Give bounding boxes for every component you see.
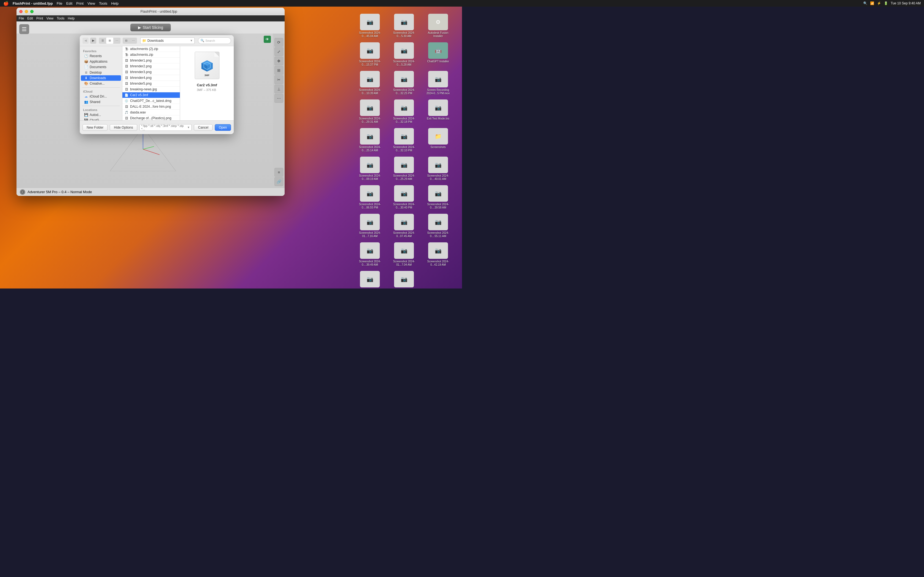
desktop-icon-27[interactable]: 📷Screenshot 2024-0....22.11 AM	[355, 269, 385, 288]
apple-menu[interactable]: 🍎	[3, 1, 9, 6]
sidebar-creative[interactable]: 🎨 Creative...	[81, 81, 121, 86]
desktop-icon-2[interactable]: ⚙Autodesk Fusion Installer	[423, 12, 453, 40]
desktop-icon-13[interactable]: 📷Screenshot 2024-0....32.10 PM	[389, 126, 419, 154]
desktop-icon-24[interactable]: 📷Screenshot 2024-0....39.49 AM	[355, 241, 385, 268]
wav-icon: 🎵	[124, 110, 128, 114]
file-item[interactable]: 🖼 bhrender1.png	[123, 58, 180, 63]
menu-view[interactable]: View	[87, 2, 95, 5]
sidebar-chatgpt[interactable]: 💾 ChatG...	[81, 118, 121, 120]
menu-help[interactable]: Help	[111, 2, 118, 5]
desktop-icon-21[interactable]: 📷Screenshot 2024-01...7.16 AM	[355, 212, 385, 240]
file-item[interactable]: 🗜 attachments (2).zip	[123, 46, 180, 52]
autodesk-icon: 💾	[84, 113, 88, 117]
desktop-icon-label-17: Screenshot 2024-0....40.01 AM	[424, 174, 452, 181]
file-item[interactable]: 🖼 bhrender3.png	[123, 69, 180, 75]
app-menu-edit[interactable]: Edit	[27, 16, 33, 20]
file-item[interactable]: 🖼 DALL-E 2024...fore him.png	[123, 104, 180, 110]
desktop-icon-23[interactable]: 📷Screenshot 2024-0....55.11 AM	[423, 212, 453, 240]
left-panel-btn[interactable]	[19, 24, 29, 34]
desktop-icon-15[interactable]: 📷Screenshot 2024-0....09.19 AM	[355, 155, 385, 182]
desktop-icon-20[interactable]: 📷Screenshot 2024-0....39.58 AM	[423, 184, 453, 211]
file-item[interactable]: 🖼 bhrender5.png	[123, 81, 180, 87]
app-menu-tools[interactable]: Tools	[57, 16, 65, 20]
desktop-icon-3[interactable]: 📷Screenshot 2024-0....15.37 PM	[355, 41, 385, 68]
preview-filename: Car2 v5.3mf	[197, 83, 217, 87]
toolbar-link[interactable]: 🔗	[275, 177, 283, 186]
location-dropdown-icon[interactable]: ▼	[190, 39, 193, 42]
maximize-button[interactable]	[30, 10, 34, 13]
close-button[interactable]	[19, 10, 23, 13]
toolbar-rotate[interactable]: ⟳	[275, 38, 283, 47]
sidebar-autodesk[interactable]: 💾 Autod...	[81, 112, 121, 118]
app-name[interactable]: FlashPrint - untitled.fpp	[13, 2, 53, 5]
view-more-btn[interactable]: ⋯	[113, 38, 120, 44]
search-field[interactable]: 🔍 Search	[198, 37, 231, 44]
sidebar-recents[interactable]: 🕐 Recents	[81, 53, 121, 59]
desktop-icon-25[interactable]: 📷Screenshot 2024-01...7.04 AM	[389, 241, 419, 268]
cancel-button[interactable]: Cancel	[194, 124, 212, 131]
hide-options-button[interactable]: Hide Options	[110, 124, 137, 131]
file-item[interactable]: 🖼 bhrender4.png	[123, 75, 180, 81]
desktop-icon-10[interactable]: 📷Screenshot 2024-0....32.18 PM	[389, 98, 419, 125]
sidebar-documents[interactable]: 📄 Documents	[81, 64, 121, 70]
menu-file[interactable]: File	[57, 2, 62, 5]
menu-print[interactable]: Print	[76, 2, 84, 5]
desktop-icon-11[interactable]: 📷Exit Test Mode.tns	[423, 98, 453, 125]
desktop-icon-0[interactable]: 📷Screenshot 2024-0....45.04 AM	[355, 12, 385, 40]
sidebar-downloads[interactable]: ⬇ Downloads	[81, 75, 121, 81]
columns-view-btn[interactable]: ⊟	[123, 38, 130, 44]
file-item[interactable]: 🖼 Discharge of...(Plastics).png	[123, 115, 180, 120]
toolbar-cut[interactable]: ✂	[275, 75, 283, 84]
toolbar-settings[interactable]: ≡	[275, 168, 283, 177]
file-item[interactable]: 🖼 bhrender2.png	[123, 63, 180, 69]
desktop-icon-17[interactable]: 📷Screenshot 2024-0....40.01 AM	[423, 155, 453, 182]
new-folder-button[interactable]: New Folder	[82, 124, 108, 131]
minimize-button[interactable]	[25, 10, 28, 13]
app-menu-print[interactable]: Print	[36, 16, 43, 20]
desktop-icon-6[interactable]: 📷Screenshot 2024-0....10.39 AM	[355, 69, 385, 97]
app-menu-help[interactable]: Help	[68, 16, 75, 20]
view-grid-btn[interactable]: ⊞	[106, 38, 113, 44]
desktop-icon-28[interactable]: 📷Screenshot 2024-0....39.44 AM	[389, 269, 419, 288]
file-item[interactable]: 🗜 attachments.zip	[123, 52, 180, 58]
desktop-icon-16[interactable]: 📷Screenshot 2024-0....25.29 AM	[389, 155, 419, 182]
back-button[interactable]: ◀	[82, 38, 89, 44]
desktop-icon-4[interactable]: 📷Screenshot 2024-0....5.28 AM	[389, 41, 419, 68]
file-item[interactable]: 💿 ChatGPT_De...c_latest.dmg	[123, 98, 180, 104]
forward-button[interactable]: ▶	[90, 38, 96, 44]
desktop-icon-label-24: Screenshot 2024-0....39.49 AM	[356, 260, 384, 266]
desktop-icon-9[interactable]: 📷Screenshot 2024-0....29.31 AM	[355, 98, 385, 125]
open-button[interactable]: Open	[215, 124, 231, 131]
desktop-icon-22[interactable]: 📷Screenshot 2024-0...07.45 AM	[389, 212, 419, 240]
file-item[interactable]: 🖼 breaking-news.jpg	[123, 87, 180, 92]
desktop-icon-18[interactable]: 📷Screenshot 2024-0....06.55 PM	[355, 184, 385, 211]
menu-tools[interactable]: Tools	[99, 2, 107, 5]
file-item[interactable]: 🎵 dasda.wav	[123, 110, 180, 115]
eye-toggle-btn[interactable]: 👁	[264, 36, 271, 43]
desktop-icon-1[interactable]: 📷Screenshot 2024-0....5.30 AM	[389, 12, 419, 40]
app-menu-view[interactable]: View	[47, 16, 53, 20]
desktop-icon-14[interactable]: 📁Screenshots	[423, 126, 453, 154]
toolbar-move[interactable]: ✥	[275, 56, 283, 65]
sidebar-desktop[interactable]: 🖥 Desktop	[81, 70, 121, 75]
start-slicing-button[interactable]: ▶ Start Slicing	[130, 24, 171, 31]
toolbar-more[interactable]: ⋯	[275, 94, 283, 103]
desktop-icon-19[interactable]: 📷Screenshot 2024-0....30.40 PM	[389, 184, 419, 211]
desktop-icon-7[interactable]: 📷Screenshot 2024-0....32.25 PM	[389, 69, 419, 97]
columns-more-btn[interactable]: ⋯	[130, 38, 137, 44]
desktop-icon-12[interactable]: 📷Screenshot 2024-0....25.14 AM	[355, 126, 385, 154]
desktop-icon-26[interactable]: 📷Screenshot 2024-0...42.19 AM	[423, 241, 453, 268]
sidebar-icloud-drive[interactable]: ☁ iCloud Dri...	[81, 94, 121, 99]
menu-edit[interactable]: Edit	[66, 2, 72, 5]
toolbar-mirror[interactable]: ⊞	[275, 66, 283, 75]
sidebar-applications[interactable]: 📦 Applications	[81, 59, 121, 64]
toolbar-scale[interactable]: ⤢	[275, 47, 283, 56]
filter-dropdown-icon[interactable]: ▼	[187, 126, 190, 129]
toolbar-supports[interactable]: ⊥	[275, 85, 283, 93]
app-menu-file[interactable]: File	[19, 16, 24, 20]
sidebar-shared[interactable]: 👥 Shared	[81, 99, 121, 105]
desktop-icon-5[interactable]: 🤖ChatGPT Installer	[423, 41, 453, 68]
file-item-selected[interactable]: 📄 Car2 v5.3mf	[123, 92, 180, 98]
view-list-btn[interactable]: ☰	[99, 38, 106, 44]
desktop-icon-8[interactable]: 📷Screen Recording 2024-0...5 PM.mov	[423, 69, 453, 97]
